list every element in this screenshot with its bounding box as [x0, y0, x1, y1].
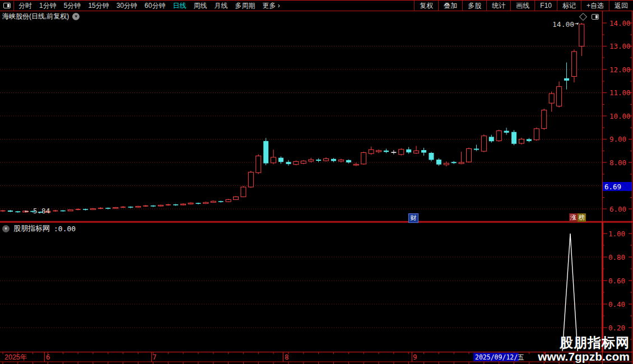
candle [188, 202, 193, 204]
period-tab-3[interactable]: 15分钟 [88, 1, 109, 11]
tool-button-0[interactable]: 复权 [414, 1, 438, 11]
svg-text:9.00: 9.00 [609, 135, 626, 143]
candle [196, 203, 201, 204]
candle [496, 129, 501, 142]
period-tab-0[interactable]: 分时 [18, 1, 32, 11]
svg-text:8: 8 [285, 353, 289, 361]
period-tab-5[interactable]: 60分钟 [145, 1, 165, 11]
candle [226, 199, 231, 202]
candle [128, 206, 133, 208]
svg-text:2025/09/12/五: 2025/09/12/五 [475, 353, 524, 361]
svg-text:11.00: 11.00 [609, 88, 631, 97]
candle [549, 91, 554, 111]
candle [406, 147, 411, 154]
svg-text:1.00: 1.00 [608, 230, 625, 238]
split-panel-button[interactable] [0, 1, 14, 11]
period-tab-1[interactable]: 1分钟 [39, 1, 57, 11]
candle [241, 186, 246, 197]
candle [68, 209, 73, 211]
candle [211, 200, 216, 203]
main-candlestick-chart[interactable]: 14.0013.0012.0011.0010.009.008.007.006.0… [0, 11, 633, 222]
candle [173, 204, 178, 206]
period-tab-4[interactable]: 30分钟 [117, 1, 137, 11]
indicator-header[interactable]: ▾ 股朋指标网 :0.00 [2, 223, 76, 234]
candle [467, 147, 472, 162]
trading-terminal-window: 分时1分钟5分钟15分钟30分钟60分钟日线周线月线多周期更多 › 复权叠加多股… [0, 0, 633, 364]
candle [564, 63, 569, 90]
candle [60, 210, 66, 212]
candle [534, 127, 539, 141]
period-tab-7[interactable]: 周线 [193, 1, 207, 11]
svg-text:0.80: 0.80 [608, 253, 625, 262]
candle [53, 210, 58, 212]
candle [429, 152, 434, 161]
candle [331, 158, 336, 162]
svg-text:6.69: 6.69 [604, 183, 621, 191]
tool-button-2[interactable]: 多股 [462, 1, 486, 11]
svg-text:7: 7 [152, 353, 157, 361]
indicator-value: :0.00 [54, 225, 76, 233]
period-tab-2[interactable]: 5分钟 [64, 1, 81, 11]
candle [181, 203, 186, 206]
period-tab-9[interactable]: 多周期 [235, 1, 255, 11]
candle [151, 205, 156, 207]
indicator-dropdown-icon[interactable]: ▾ [2, 225, 10, 232]
svg-text:0.20: 0.20 [608, 324, 625, 332]
period-tab-10[interactable]: 更多 › [262, 1, 280, 11]
candle [286, 160, 291, 166]
candle [489, 135, 494, 143]
candle [474, 144, 479, 151]
candle [504, 128, 509, 134]
candle [353, 162, 359, 166]
finance-news-badge[interactable]: 财 [408, 213, 418, 223]
tool-button-1[interactable]: 叠加 [438, 1, 462, 11]
candle [158, 205, 163, 207]
gainers-rank-badge[interactable]: 涨 榜 [569, 213, 586, 222]
candle [294, 161, 299, 165]
candle [459, 152, 464, 164]
tool-button-6[interactable]: 标记 [557, 1, 581, 11]
period-tab-8[interactable]: 月线 [214, 1, 227, 11]
tool-buttons: 复权叠加多股统计画线F10标记+自选返回 [414, 1, 633, 11]
candle [391, 150, 396, 154]
tool-button-4[interactable]: 画线 [510, 1, 534, 11]
candle [203, 202, 208, 204]
candle [136, 206, 141, 208]
svg-text:← 5.84: ← 5.84 [25, 207, 50, 215]
indicator-spike [562, 234, 578, 351]
svg-text:10.00: 10.00 [609, 112, 631, 120]
svg-text:13.00: 13.00 [609, 42, 631, 50]
tool-button-5[interactable]: F10 [534, 1, 557, 11]
candle [1, 210, 6, 212]
candle [527, 138, 532, 142]
candle [15, 211, 20, 213]
candle [542, 109, 547, 130]
tool-button-3[interactable]: 统计 [486, 1, 510, 11]
candle [234, 196, 239, 200]
candle [256, 154, 261, 174]
candle [91, 208, 96, 210]
tool-button-8[interactable]: 返回 [609, 1, 633, 11]
svg-text:0.40: 0.40 [608, 300, 625, 309]
candle [571, 49, 576, 82]
svg-text:8.00: 8.00 [609, 158, 626, 167]
period-tabs: 分时1分钟5分钟15分钟30分钟60分钟日线周线月线多周期更多 › [14, 1, 280, 11]
candle [361, 152, 366, 165]
tool-button-7[interactable]: +自选 [581, 1, 609, 11]
period-tab-6[interactable]: 日线 [173, 1, 186, 11]
period-toolbar: 分时1分钟5分钟15分钟30分钟60分钟日线周线月线多周期更多 › 复权叠加多股… [0, 1, 633, 11]
indicator-chart[interactable]: 1.000.800.600.400.20 [0, 222, 633, 352]
candle [436, 158, 441, 166]
candle [452, 161, 457, 164]
svg-text:9: 9 [413, 353, 417, 361]
candle [519, 138, 524, 144]
candle [143, 205, 148, 207]
site-watermark: 股朋指标网 www.7gpzb.com [538, 335, 630, 363]
candle [557, 82, 562, 108]
svg-text:0.60: 0.60 [608, 277, 625, 285]
candle [83, 209, 88, 211]
candle [113, 207, 118, 209]
candle [309, 158, 314, 163]
candle [316, 158, 321, 162]
candle [166, 204, 171, 206]
